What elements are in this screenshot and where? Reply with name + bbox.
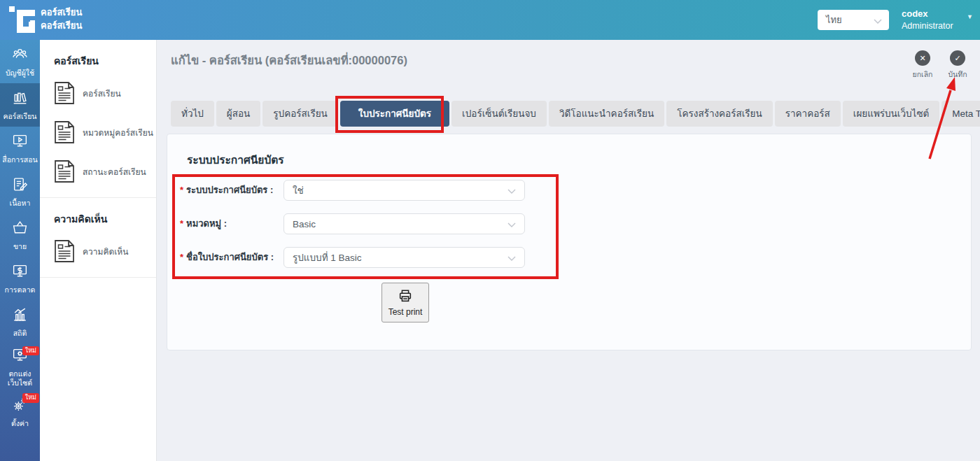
content-icon (11, 176, 29, 196)
required-marker: * (180, 252, 183, 262)
tab-bar: ทั่วไป ผู้สอน รูปคอร์สเรียน ใบประกาศนียบ… (171, 101, 980, 127)
brand-line-2: คอร์สเรียน (41, 20, 82, 33)
tab-publish-website[interactable]: เผยแพร่บนเว็บไซต์ (843, 101, 940, 127)
language-selected-value: ไทย (826, 13, 874, 27)
tab-label: ใบประกาศนียบัตร (358, 108, 431, 119)
user-menu[interactable]: codex Administrator (902, 8, 953, 31)
submenu-section-title: คอร์สเรียน (40, 40, 156, 75)
teaching-media-icon (11, 132, 29, 153)
submenu-item-course-categories[interactable]: หมวดหมู่คอร์สเรียน (40, 114, 156, 153)
sidebar-item-label: สื่อการสอน (2, 155, 38, 164)
document-icon (54, 159, 75, 186)
document-icon (54, 120, 75, 147)
cancel-label: ยกเลิก (904, 69, 941, 80)
sidebar-item-label: ตั้งค่า (11, 419, 29, 428)
divider (40, 277, 156, 278)
submenu-item-label: คอร์สเรียน (83, 89, 121, 100)
tab-course-structure[interactable]: โครงสร้างคอร์สเรียน (666, 101, 772, 127)
printer-icon (398, 288, 413, 306)
field-label: *หมวดหมู่ : (180, 213, 282, 234)
save-label: บันทึก (939, 69, 976, 80)
chevron-down-icon (874, 14, 882, 27)
required-marker: * (180, 218, 183, 229)
field-label-text: ชื่อใบประกาศนียบัตร : (186, 252, 274, 262)
test-print-button[interactable]: Test print (382, 283, 429, 322)
chevron-down-icon (507, 218, 516, 230)
section-title: ระบบประกาศนียบัตร (187, 151, 284, 169)
top-header: คอร์สเรียน คอร์สเรียน ไทย codex Administ… (0, 0, 980, 40)
sidebar-item-accounts[interactable]: บัญชีผู้ใช้ (0, 40, 40, 83)
sidebar-item-settings[interactable]: ใหม่ ตั้งค่า (0, 390, 40, 434)
select-value: Basic (293, 219, 507, 229)
submenu-item-label: ความคิดเห็น (83, 247, 128, 258)
submenu-section-title: ความคิดเห็น (40, 198, 156, 233)
sidebar-item-sell[interactable]: ขาย (0, 213, 40, 257)
tab-course-image[interactable]: รูปคอร์สเรียน (262, 101, 337, 127)
brand-title: คอร์สเรียน คอร์สเรียน (41, 6, 82, 33)
page-title: แก้ไข - คอร์สเรียน (คอร์สเรียนเลขที่:000… (171, 51, 407, 69)
tab-certificate[interactable]: ใบประกาศนียบัตร (340, 101, 449, 127)
certificate-panel: ระบบประกาศนียบัตร *ระบบประกาศนียบัตร : ใ… (167, 134, 972, 350)
icon-sidebar: บัญชีผู้ใช้ คอร์สเรียน สื่อการสอน (0, 40, 40, 461)
save-button[interactable]: ✓ บันทึก (939, 50, 976, 80)
tab-course-price[interactable]: ราคาคอร์ส (775, 101, 841, 127)
submenu-item-label: สถานะคอร์สเรียน (83, 167, 146, 178)
language-select[interactable]: ไทย (818, 10, 889, 30)
user-menu-caret-icon[interactable]: ▼ (967, 13, 973, 20)
document-icon (54, 239, 75, 266)
sidebar-item-label: การตลาด (5, 285, 36, 295)
brand-line-1: คอร์สเรียน (41, 6, 82, 20)
sidebar-item-label: ตกแต่งเว็บไซต์ (1, 369, 39, 388)
chevron-down-icon (507, 251, 516, 264)
marketing-icon (11, 262, 29, 283)
submenu-item-course-status[interactable]: สถานะคอร์สเรียน (40, 153, 156, 192)
sidebar-item-website-decor[interactable]: ใหม่ ตกแต่งเว็บไซต์ (0, 343, 40, 390)
sidebar-item-content[interactable]: เนื้อหา (0, 170, 40, 213)
sidebar-item-label: ขาย (13, 242, 27, 251)
statistics-icon (11, 306, 29, 326)
submenu-item-label: หมวดหมู่คอร์สเรียน (83, 128, 153, 139)
tab-intro-video[interactable]: วิดีโอแนะนำคอร์สเรียน (549, 101, 664, 127)
document-icon (54, 81, 75, 108)
main-content: แก้ไข - คอร์สเรียน (คอร์สเรียนเลขที่:000… (157, 40, 980, 461)
sidebar-item-label: บัญชีผู้ใช้ (6, 69, 34, 78)
tab-general[interactable]: ทั่วไป (171, 101, 214, 127)
sidebar-item-courses[interactable]: คอร์สเรียน (0, 83, 40, 127)
user-role: Administrator (902, 20, 953, 32)
certificate-system-select[interactable]: ใช่ (284, 180, 525, 201)
sidebar-item-label: เนื้อหา (10, 199, 31, 208)
sidebar-item-teaching-media[interactable]: สื่อการสอน (0, 127, 40, 170)
certificate-name-select[interactable]: รูปแบบที่ 1 Basic (284, 247, 525, 268)
tab-completion-percent[interactable]: เปอร์เซ็นต์เรียนจบ (451, 101, 547, 127)
chevron-down-icon (507, 184, 516, 197)
basket-icon (11, 219, 29, 239)
field-label-text: ระบบประกาศนียบัตร : (186, 185, 273, 195)
app-logo-icon (8, 6, 36, 34)
field-label-text: หมวดหมู่ : (186, 218, 227, 229)
cancel-button[interactable]: ✕ ยกเลิก (904, 50, 941, 80)
sidebar-item-marketing[interactable]: การตลาด (0, 257, 40, 300)
check-icon: ✓ (950, 50, 965, 66)
category-select[interactable]: Basic (284, 213, 525, 234)
submenu-item-comments[interactable]: ความคิดเห็น (40, 233, 156, 272)
sidebar-item-label: สถิติ (13, 329, 27, 338)
tab-instructor[interactable]: ผู้สอน (216, 101, 261, 127)
required-marker: * (180, 185, 183, 195)
test-print-label: Test print (388, 307, 423, 317)
user-name: codex (902, 8, 953, 20)
secondary-sidebar: คอร์สเรียน คอร์สเรียน หมวดหมู่คอร์สเรียน (40, 40, 157, 461)
select-value: รูปแบบที่ 1 Basic (293, 250, 507, 265)
library-icon (11, 89, 29, 109)
sidebar-item-label: คอร์สเรียน (4, 112, 37, 121)
tab-meta-tag[interactable]: Meta Tag (941, 101, 980, 127)
new-badge: ใหม่ (22, 346, 39, 355)
field-label: *ชื่อใบประกาศนียบัตร : (180, 247, 282, 268)
app-root: คอร์สเรียน คอร์สเรียน ไทย codex Administ… (0, 0, 980, 461)
users-icon (11, 45, 29, 66)
select-value: ใช่ (293, 183, 507, 198)
field-label: *ระบบประกาศนียบัตร : (180, 180, 282, 201)
close-icon: ✕ (915, 50, 930, 66)
sidebar-item-statistics[interactable]: สถิติ (0, 300, 40, 343)
new-badge: ใหม่ (22, 393, 39, 402)
submenu-item-courses[interactable]: คอร์สเรียน (40, 75, 156, 114)
